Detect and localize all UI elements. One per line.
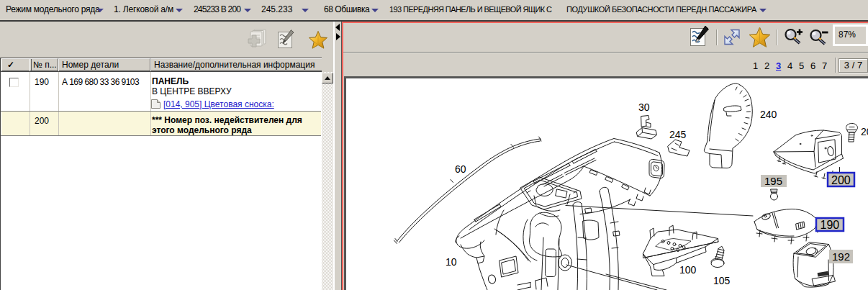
svg-text:100: 100 xyxy=(679,264,697,276)
svg-text:10: 10 xyxy=(446,256,457,268)
svg-text:192: 192 xyxy=(832,250,850,263)
svg-text:240: 240 xyxy=(760,109,777,120)
svg-text:20: 20 xyxy=(861,126,868,137)
svg-text:200: 200 xyxy=(831,174,851,186)
svg-text:60: 60 xyxy=(455,163,466,175)
svg-text:105: 105 xyxy=(713,275,731,286)
svg-text:245: 245 xyxy=(669,129,687,140)
svg-text:30: 30 xyxy=(638,101,650,113)
svg-text:190: 190 xyxy=(820,219,840,231)
svg-text:195: 195 xyxy=(764,175,782,187)
